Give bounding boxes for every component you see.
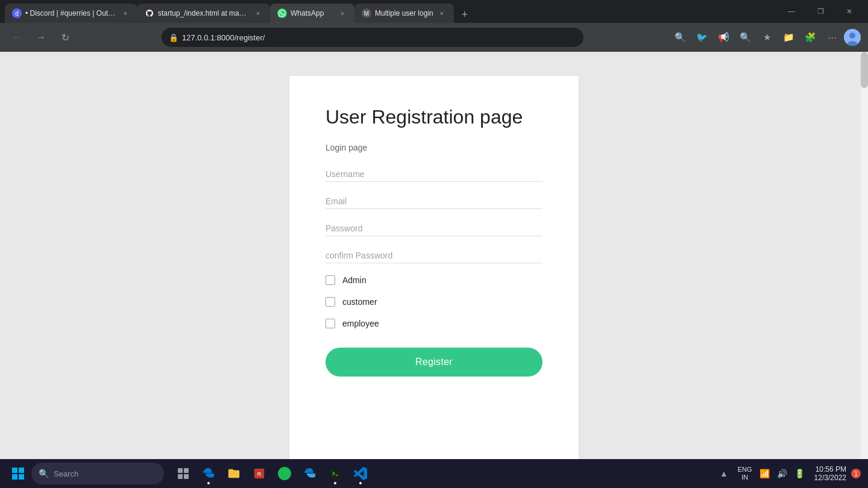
page-content: User Registration page Login page Admin [0, 52, 868, 488]
register-button[interactable]: Register [326, 348, 542, 377]
confirm-password-group [326, 246, 542, 263]
tray-up-icon[interactable]: ▲ [717, 466, 731, 481]
taskbar-edge[interactable] [197, 461, 221, 486]
multilogin-favicon: M [362, 8, 371, 18]
taskbar: 🔍 Search [0, 459, 868, 488]
taskbar-app-red[interactable]: R [247, 461, 271, 486]
tab-multilogin-label: Multiple user login [375, 9, 433, 17]
password-input[interactable] [326, 219, 542, 236]
email-group [326, 192, 542, 209]
scrollbar-thumb[interactable] [861, 52, 868, 88]
employee-checkbox-group: employee [326, 319, 542, 328]
vscode-active-indicator [359, 482, 362, 484]
customer-checkbox-group: customer [326, 297, 542, 307]
taskbar-right: ▲ ENGIN 📶 🔊 🔋 10:56 PM 12/3/2022 1 [717, 463, 861, 484]
svg-rect-4 [184, 468, 189, 473]
svg-text:R: R [257, 471, 262, 477]
edge-active-indicator [207, 482, 210, 484]
taskbar-terminal[interactable] [323, 461, 347, 486]
tab-discord[interactable]: d • Discord | #querries | Out Of Co × [5, 4, 137, 23]
back-button[interactable]: ← [7, 28, 27, 47]
clock[interactable]: 10:56 PM 12/3/2022 [814, 465, 846, 482]
page-inner: User Registration page Login page Admin [0, 52, 868, 488]
tab-multilogin-close[interactable]: × [437, 8, 447, 18]
collections-icon[interactable]: 📁 [779, 28, 798, 47]
more-menu-icon[interactable]: ⋯ [822, 28, 841, 47]
tab-multilogin[interactable]: M Multiple user login × [354, 4, 454, 23]
extensions-icon[interactable]: 🧩 [800, 28, 820, 47]
scrollbar-track [861, 52, 868, 488]
tab-github-close[interactable]: × [253, 8, 263, 18]
zoom-icon[interactable]: 🔍 [735, 28, 755, 47]
password-group [326, 219, 542, 236]
taskbar-vscode[interactable] [348, 461, 373, 486]
reload-button[interactable]: ↻ [55, 28, 75, 47]
admin-checkbox[interactable] [326, 275, 335, 285]
minimize-button[interactable]: — [778, 2, 805, 21]
taskbar-apps: R [171, 461, 373, 486]
confirm-password-input[interactable] [326, 246, 542, 263]
address-url: 127.0.0.1:8000/register/ [182, 33, 576, 42]
username-input[interactable] [326, 164, 542, 182]
toolbar-icons: 🔍 🐦 📢 🔍 ★ 📁 🧩 ⋯ [670, 28, 861, 47]
notification-badge[interactable]: 1 [851, 469, 861, 478]
admin-label: Admin [342, 275, 366, 285]
tab-whatsapp-label: WhatsApp [291, 9, 334, 17]
tab-whatsapp[interactable]: WhatsApp × [270, 4, 354, 23]
restore-button[interactable]: ❐ [807, 2, 834, 21]
address-bar[interactable]: 🔒 127.0.0.1:8000/register/ [162, 28, 583, 47]
registration-card: User Registration page Login page Admin [289, 76, 579, 464]
browser-window: d • Discord | #querries | Out Of Co × st… [0, 0, 868, 488]
svg-rect-5 [178, 474, 183, 479]
reading-mode-icon[interactable]: 🐦 [692, 28, 711, 47]
taskbar-search-icon: 🔍 [39, 469, 49, 478]
tab-github-label: startup_/index.html at master · D [158, 9, 250, 17]
discord-favicon: d [12, 8, 22, 18]
terminal-active-indicator [334, 482, 336, 484]
username-group [326, 164, 542, 182]
customer-checkbox[interactable] [326, 297, 335, 307]
new-tab-button[interactable]: + [456, 6, 473, 23]
volume-icon[interactable]: 🔊 [775, 466, 790, 481]
taskbar-taskview[interactable] [171, 461, 195, 486]
taskbar-spotify[interactable] [272, 461, 297, 486]
taskbar-search-bar[interactable]: 🔍 Search [31, 463, 164, 484]
forward-button[interactable]: → [31, 28, 51, 47]
taskbar-files[interactable] [222, 461, 246, 486]
tab-discord-label: • Discord | #querries | Out Of Co [25, 9, 117, 17]
whatsapp-favicon [277, 8, 287, 18]
system-tray-icons: ENGIN 📶 🔊 🔋 [735, 463, 807, 484]
email-input[interactable] [326, 192, 542, 209]
svg-point-1 [849, 33, 855, 39]
windows-logo [12, 468, 24, 480]
admin-checkbox-group: Admin [326, 275, 542, 285]
tab-whatsapp-close[interactable]: × [338, 8, 347, 18]
login-link[interactable]: Login page [326, 143, 542, 152]
employee-label: employee [342, 319, 379, 328]
wifi-icon[interactable]: 📶 [757, 466, 772, 481]
taskbar-edge2[interactable] [298, 461, 322, 486]
taskbar-search-text: Search [54, 469, 78, 478]
profile-avatar[interactable] [844, 29, 861, 46]
browser-toolbar: ← → ↻ 🔒 127.0.0.1:8000/register/ 🔍 🐦 📢 🔍… [0, 23, 868, 52]
page-title: User Registration page [326, 106, 542, 128]
employee-checkbox[interactable] [326, 319, 335, 328]
tab-strip: d • Discord | #querries | Out Of Co × st… [5, 0, 773, 23]
search-icon[interactable]: 🔍 [670, 28, 690, 47]
favorites-icon[interactable]: ★ [757, 28, 776, 47]
lock-icon: 🔒 [169, 33, 178, 42]
svg-rect-3 [178, 468, 183, 473]
customer-label: customer [342, 297, 377, 307]
title-bar: d • Discord | #querries | Out Of Co × st… [0, 0, 868, 23]
github-favicon [145, 8, 154, 18]
close-button[interactable]: ✕ [835, 2, 863, 21]
clock-date: 12/3/2022 [814, 474, 846, 482]
language-indicator[interactable]: ENGIN [735, 463, 755, 484]
battery-icon[interactable]: 🔋 [792, 466, 807, 481]
window-controls: — ❐ ✕ [778, 2, 863, 21]
svg-rect-6 [184, 474, 189, 479]
read-aloud-icon[interactable]: 📢 [714, 28, 733, 47]
tab-github[interactable]: startup_/index.html at master · D × [137, 4, 270, 23]
tab-discord-close[interactable]: × [121, 8, 130, 18]
start-button[interactable] [7, 463, 29, 484]
